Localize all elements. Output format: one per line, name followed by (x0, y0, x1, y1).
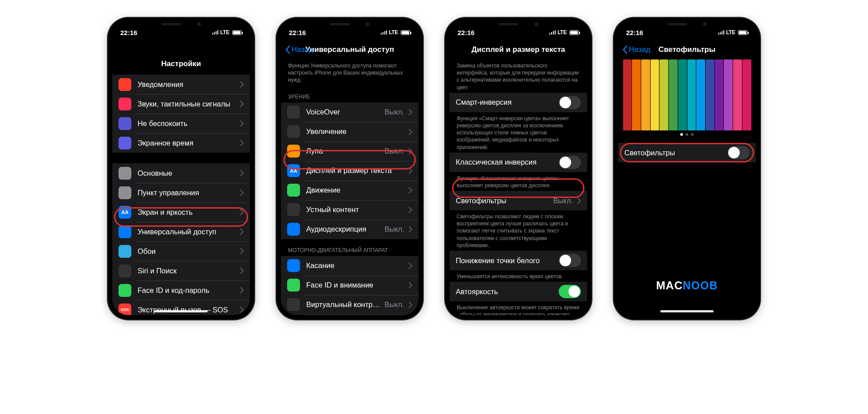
row-icon (287, 279, 300, 292)
chevron-left-icon (622, 45, 628, 54)
home-indicator[interactable] (660, 310, 714, 312)
toggle-classic-invert[interactable] (559, 156, 581, 169)
row-label: Звуки, тактильные сигналы (138, 100, 236, 108)
settings-row[interactable]: ЛупаВыкл. (281, 142, 418, 161)
chevron-right-icon (409, 148, 412, 154)
row-icon (287, 184, 300, 197)
row-icon (287, 223, 300, 236)
content[interactable]: Светофильтры (618, 59, 756, 315)
row-classic-invert[interactable]: Классическая инверсия (450, 153, 587, 172)
phone-display-text: 22:16 LTE Дисплей и размер текста Замена… (445, 18, 592, 319)
settings-row[interactable]: AAЭкран и яркость (112, 202, 250, 222)
settings-row[interactable]: Уведомления (112, 75, 250, 94)
settings-row[interactable]: Пункт управления (112, 183, 250, 202)
settings-row[interactable]: Универсальный доступ (112, 222, 250, 241)
home-indicator[interactable] (154, 310, 208, 312)
row-icon (118, 137, 131, 150)
notch (146, 18, 217, 30)
row-label: Экран и яркость (138, 208, 236, 217)
row-icon (118, 167, 131, 180)
row-color-filters-toggle[interactable]: Светофильтры (618, 143, 756, 162)
row-label: Экранное время (138, 139, 236, 147)
row-icon (118, 186, 131, 199)
settings-row[interactable]: Виртуальный контроллерВыкл. (281, 295, 418, 315)
row-label: Face ID и код-пароль (138, 286, 236, 295)
row-label: Экстренный вызов — SOS (138, 306, 236, 314)
section-header-vision: ЗРЕНИЕ (281, 86, 418, 103)
chevron-right-icon (240, 287, 244, 293)
watermark: MACNOOB (618, 279, 756, 292)
row-icon (118, 98, 131, 110)
status-carrier: LTE (220, 29, 229, 35)
settings-row[interactable]: АудиодескрипцияВыкл. (281, 220, 418, 239)
settings-row[interactable]: Обои (112, 241, 250, 261)
row-color-filters[interactable]: Светофильтры Выкл. (450, 191, 587, 210)
row-label: Движение (306, 186, 404, 194)
toggle-color-filters[interactable] (727, 146, 750, 159)
content[interactable]: Функции Универсального доступа помогают … (281, 59, 418, 315)
toggle-smart-invert[interactable] (559, 96, 581, 109)
battery-icon (401, 30, 410, 35)
chevron-left-icon (284, 45, 291, 54)
settings-row[interactable]: VoiceOverВыкл. (281, 103, 418, 122)
row-reduce-white[interactable]: Понижение точки белого (450, 251, 587, 270)
back-button[interactable]: Назад (284, 45, 313, 54)
content[interactable]: Замена объектов пользовательского интерф… (450, 59, 587, 315)
row-label: Увеличение (306, 127, 404, 136)
page-title: Дисплей и размер текста (471, 45, 565, 54)
settings-row[interactable]: Экранное время (112, 133, 250, 153)
back-button[interactable]: Назад (622, 45, 651, 54)
chevron-right-icon (240, 248, 244, 254)
settings-row[interactable]: Управление голосомВыкл. (281, 315, 418, 315)
nav-bar: Дисплей и размер текста (450, 40, 587, 59)
toggle-auto-brightness[interactable] (559, 285, 581, 298)
signal-icon (212, 30, 219, 35)
settings-row[interactable]: Основные (112, 163, 250, 183)
chevron-right-icon (409, 129, 412, 135)
content[interactable]: УведомленияЗвуки, тактильные сигналыНе б… (112, 75, 250, 315)
row-label: Пункт управления (138, 189, 236, 197)
chevron-right-icon (409, 187, 412, 193)
note: Замена объектов пользовательского интерф… (450, 59, 587, 93)
chevron-right-icon (409, 168, 412, 174)
row-smart-invert[interactable]: Смарт-инверсия (450, 93, 587, 112)
note-auto: Выключение автояркости может сократить в… (450, 301, 587, 315)
settings-row[interactable]: Устный контент (281, 200, 418, 220)
settings-row[interactable]: Звуки, тактильные сигналы (112, 94, 250, 114)
signal-icon (718, 30, 725, 35)
page-dots[interactable] (618, 133, 756, 136)
page-title: Настройки (161, 59, 201, 68)
chevron-right-icon (240, 170, 244, 176)
status-carrier: LTE (389, 29, 398, 35)
row-icon (118, 284, 131, 297)
chevron-right-icon (240, 268, 244, 274)
row-label: Siri и Поиск (138, 267, 236, 275)
chevron-right-icon (409, 282, 412, 288)
row-auto-brightness[interactable]: Автояркость (450, 282, 587, 301)
page-title: Светофильтры (659, 45, 716, 54)
settings-row[interactable]: Не беспокоить (112, 114, 250, 133)
row-icon: AA (118, 206, 131, 219)
pencils-preview[interactable] (618, 59, 756, 138)
settings-row[interactable]: Face ID и внимание (281, 276, 418, 295)
settings-row[interactable]: Касание (281, 256, 418, 276)
settings-row[interactable]: SOSЭкстренный вызов — SOS (112, 300, 250, 315)
battery-icon (738, 30, 748, 35)
battery-icon (569, 30, 579, 35)
row-value: Выкл. (385, 147, 404, 155)
row-icon: SOS (118, 304, 131, 315)
battery-icon (232, 30, 242, 35)
settings-row[interactable]: AAДисплей и размер текста (281, 161, 418, 181)
row-label: Дисплей и размер текста (306, 166, 404, 175)
note-smart: Функция «Смарт-инверсия цвета» выполняет… (450, 112, 587, 153)
status-time: 22:16 (289, 29, 306, 36)
toggle-reduce-white[interactable] (559, 254, 581, 267)
chevron-right-icon (240, 209, 244, 215)
chevron-right-icon (240, 81, 244, 87)
row-icon: AA (287, 164, 300, 177)
settings-row[interactable]: Face ID и код-пароль (112, 280, 250, 300)
signal-icon (381, 30, 387, 35)
settings-row[interactable]: Увеличение (281, 122, 418, 142)
settings-row[interactable]: Движение (281, 181, 418, 200)
settings-row[interactable]: Siri и Поиск (112, 261, 250, 280)
